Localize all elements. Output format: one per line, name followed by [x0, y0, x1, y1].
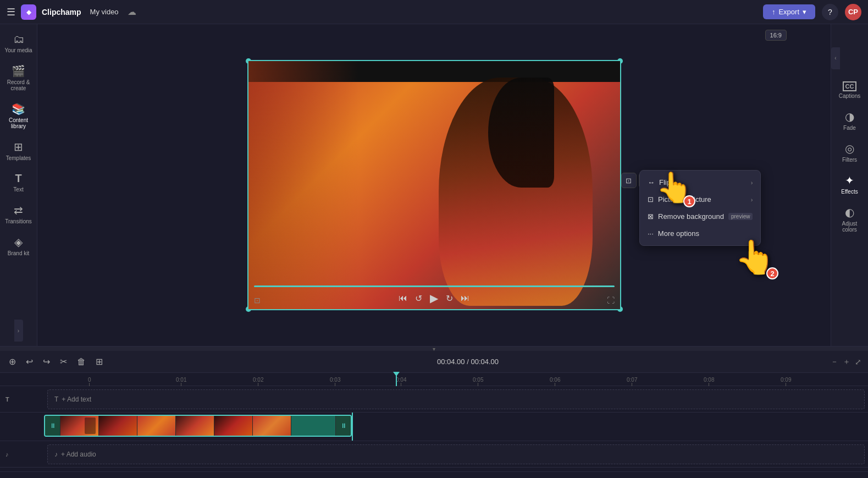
- templates-icon: ⊞: [14, 140, 23, 153]
- crop-button[interactable]: ⊡: [621, 173, 637, 188]
- rewind-button[interactable]: ↺: [415, 293, 422, 304]
- hamburger-menu-icon[interactable]: ☰: [7, 6, 15, 18]
- remove-bg-label: Remove background: [658, 212, 724, 221]
- clip-pause-handle[interactable]: ⏸: [45, 416, 60, 436]
- more-options-menu-item[interactable]: ··· More options: [640, 225, 760, 242]
- fade-label: Fade: [843, 125, 856, 131]
- clip-thumb-5: [214, 416, 253, 436]
- remove-background-menu-item[interactable]: ⊠ Remove background preview: [640, 208, 760, 225]
- video-preview: 16:9: [37, 24, 831, 346]
- sidebar-label-transitions: Transitions: [5, 218, 32, 224]
- current-time: 00:04.00: [437, 358, 465, 366]
- pip-arrow-icon: ›: [751, 196, 753, 203]
- captions-label: Captions: [839, 93, 860, 99]
- sidebar-label-text: Text: [13, 186, 23, 193]
- duplicate-icon[interactable]: ⊞: [93, 354, 105, 369]
- playhead[interactable]: [396, 373, 397, 386]
- app-logo: ◆: [21, 4, 36, 20]
- main-area: 🗂 Your media 🎬 Record &create 📚 Contentl…: [0, 24, 868, 346]
- sidebar-item-fade[interactable]: ◑ Fade: [833, 106, 866, 135]
- timeline-divider[interactable]: ▾: [0, 347, 868, 351]
- add-audio-label: + Add audio: [61, 450, 96, 458]
- skip-forward-button[interactable]: ⏭: [461, 293, 469, 303]
- expand-timeline-button[interactable]: ⤢: [855, 358, 861, 366]
- brand-kit-icon: ◈: [14, 235, 23, 249]
- help-button[interactable]: ?: [822, 4, 838, 20]
- topbar: ☰ ◆ Clipchamp My video ☁ ↑ Export ▾ ? CP: [0, 0, 868, 24]
- video-progress-bar[interactable]: [254, 285, 615, 287]
- picture-in-picture-menu-item[interactable]: ⊡ Picture in picture ›: [640, 191, 760, 208]
- transitions-icon: ⇄: [14, 204, 23, 217]
- sidebar-item-text[interactable]: T Text: [2, 168, 35, 197]
- flip-menu-item[interactable]: ↔ Flip ›: [640, 174, 760, 191]
- skip-back-button[interactable]: ⏮: [399, 293, 407, 303]
- export-icon: ↑: [772, 8, 776, 16]
- sidebar-item-filters[interactable]: ◎ Filters: [833, 138, 866, 167]
- adjust-colors-label: Adjustcolors: [842, 221, 858, 233]
- pip-label: Picture in picture: [658, 195, 711, 204]
- flip-icon: ↔: [648, 178, 655, 186]
- audio-track: ♪ ♪ + Add audio: [0, 441, 868, 468]
- sidebar-item-your-media[interactable]: 🗂 Your media: [2, 29, 35, 58]
- clip-thumb-3: [137, 416, 176, 436]
- hair: [488, 78, 554, 188]
- clip-pause-icon: ⏸: [49, 422, 56, 430]
- redo-icon[interactable]: ↪: [41, 354, 52, 369]
- text-track-content: T + Add text: [44, 386, 868, 412]
- timeline-scrollbar[interactable]: [0, 471, 868, 478]
- remove-bg-icon: ⊠: [648, 212, 654, 221]
- export-chevron-icon: ▾: [803, 8, 806, 16]
- video-track-content: ⏸: [44, 413, 868, 441]
- flip-label: Flip: [659, 178, 671, 186]
- topbar-left: ☰ ◆ Clipchamp My video ☁: [7, 4, 758, 20]
- play-button[interactable]: ▶: [430, 292, 438, 305]
- undo-icon[interactable]: ↩: [24, 354, 35, 369]
- zoom-in-button[interactable]: ＋: [843, 357, 850, 367]
- add-audio-button[interactable]: ♪ + Add audio: [47, 444, 865, 464]
- cloud-sync-icon: ☁: [128, 7, 136, 17]
- video-title[interactable]: My video: [87, 7, 122, 17]
- forward-button[interactable]: ↻: [446, 293, 453, 304]
- sidebar-item-captions[interactable]: CC Captions: [833, 77, 866, 103]
- sidebar-item-record-create[interactable]: 🎬 Record &create: [2, 60, 35, 96]
- capture-button[interactable]: ⊡: [254, 296, 261, 305]
- ruler-mark-4: 0:04: [396, 377, 406, 386]
- more-options-label: More options: [658, 229, 699, 238]
- sidebar-item-templates[interactable]: ⊞ Templates: [2, 136, 35, 166]
- add-text-button[interactable]: T + Add text: [47, 389, 865, 409]
- total-time: 00:04.00: [471, 358, 499, 366]
- clip-thumb-4: [176, 416, 214, 436]
- zoom-out-button[interactable]: －: [831, 357, 838, 367]
- sidebar-expand-button[interactable]: ›: [14, 320, 23, 342]
- ruler-mark-9: 0:09: [781, 377, 791, 386]
- magnet-tool-icon[interactable]: ⊕: [7, 354, 18, 369]
- cut-icon[interactable]: ✂: [58, 354, 69, 369]
- sidebar-item-brand-kit[interactable]: ◈ Brand kit: [2, 231, 35, 261]
- video-clip[interactable]: ⏸: [44, 415, 352, 437]
- sidebar-label-brand-kit: Brand kit: [8, 250, 29, 256]
- timeline-area: ▾ ⊕ ↩ ↪ ✂ 🗑 ⊞ 00:04.00 / 00:04.00 － ＋ ⤢ …: [0, 346, 868, 478]
- app-name: Clipchamp: [42, 8, 81, 17]
- delete-icon[interactable]: 🗑: [75, 355, 88, 369]
- playback-controls: ⏮ ↺ ▶ ↻ ⏭: [399, 292, 469, 305]
- left-sidebar: 🗂 Your media 🎬 Record &create 📚 Contentl…: [0, 24, 37, 346]
- sidebar-item-content-library[interactable]: 📚 Contentlibrary: [2, 98, 35, 134]
- video-track: ⏸: [0, 413, 868, 441]
- effects-label: Effects: [841, 189, 858, 195]
- record-create-icon: 🎬: [12, 64, 25, 78]
- playhead-triangle: [393, 372, 400, 376]
- aspect-ratio-badge[interactable]: 16:9: [765, 30, 787, 41]
- sidebar-item-adjust-colors[interactable]: ◐ Adjustcolors: [833, 201, 866, 237]
- clip-thumb-1: [60, 416, 99, 436]
- fullscreen-button[interactable]: ⛶: [607, 296, 615, 305]
- more-options-icon: ···: [648, 229, 654, 238]
- user-avatar[interactable]: CP: [845, 4, 861, 20]
- export-button[interactable]: ↑ Export ▾: [763, 4, 815, 19]
- sidebar-item-effects[interactable]: ✦ Effects: [833, 169, 866, 199]
- ruler-mark-2: 0:02: [253, 377, 263, 386]
- clip-right-handle[interactable]: ⏸: [335, 416, 351, 436]
- center-area: 16:9: [37, 24, 831, 346]
- right-sidebar-collapse-button[interactable]: ‹: [831, 47, 840, 69]
- topbar-right: ↑ Export ▾ ? CP: [763, 4, 861, 20]
- sidebar-item-transitions[interactable]: ⇄ Transitions: [2, 199, 35, 229]
